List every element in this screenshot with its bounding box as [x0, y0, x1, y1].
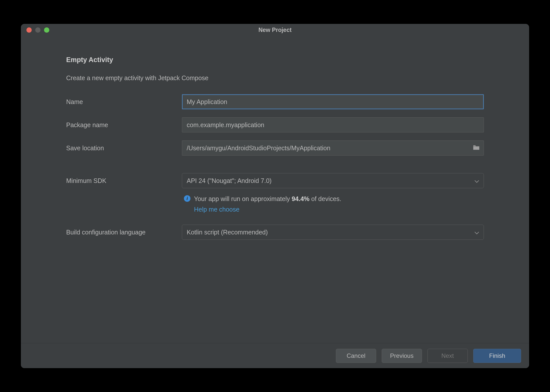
previous-button[interactable]: Previous	[382, 349, 422, 363]
buildlang-label: Build configuration language	[66, 229, 182, 236]
window-title: New Project	[258, 27, 292, 33]
name-input[interactable]	[182, 94, 484, 109]
info-icon: i	[184, 195, 190, 202]
sdk-info-text: Your app will run on approximately 94.4%…	[194, 194, 341, 214]
chevron-down-icon	[475, 229, 479, 236]
maximize-window-button[interactable]	[44, 27, 49, 33]
buildlang-value: Kotlin script (Recommended)	[187, 229, 268, 236]
save-location-input[interactable]	[182, 140, 484, 156]
titlebar: New Project	[21, 24, 529, 36]
minsdk-value: API 24 ("Nougat"; Android 7.0)	[187, 177, 271, 184]
minsdk-row: Minimum SDK API 24 ("Nougat"; Android 7.…	[66, 173, 484, 188]
package-input[interactable]	[182, 117, 484, 132]
name-row: Name	[66, 94, 484, 109]
minsdk-select[interactable]: API 24 ("Nougat"; Android 7.0)	[182, 173, 484, 188]
package-label: Package name	[66, 121, 182, 129]
footer: Cancel Previous Next Finish	[21, 343, 529, 368]
info-pct: 94.4%	[292, 195, 309, 202]
info-suffix: of devices.	[309, 195, 341, 202]
next-button: Next	[427, 349, 468, 363]
cancel-button[interactable]: Cancel	[336, 349, 376, 363]
minimize-window-button	[35, 27, 41, 33]
name-label: Name	[66, 98, 182, 106]
new-project-window: New Project Empty Activity Create a new …	[21, 24, 529, 368]
help-me-choose-link[interactable]: Help me choose	[194, 205, 341, 214]
buildlang-row: Build configuration language Kotlin scri…	[66, 225, 484, 240]
sdk-info-block: i Your app will run on approximately 94.…	[182, 191, 484, 214]
traffic-lights	[26, 27, 49, 33]
minsdk-label: Minimum SDK	[66, 177, 182, 184]
buildlang-select[interactable]: Kotlin script (Recommended)	[182, 225, 484, 240]
info-prefix: Your app will run on approximately	[194, 195, 292, 202]
folder-icon[interactable]	[473, 145, 480, 151]
page-subheading: Create a new empty activity with Jetpack…	[66, 74, 484, 82]
finish-button[interactable]: Finish	[473, 349, 521, 363]
package-row: Package name	[66, 117, 484, 132]
chevron-down-icon	[475, 177, 479, 184]
save-location-label: Save location	[66, 144, 182, 152]
content-area: Empty Activity Create a new empty activi…	[21, 36, 529, 343]
page-heading: Empty Activity	[66, 56, 484, 64]
close-window-button[interactable]	[26, 27, 32, 33]
save-location-row: Save location	[66, 140, 484, 156]
